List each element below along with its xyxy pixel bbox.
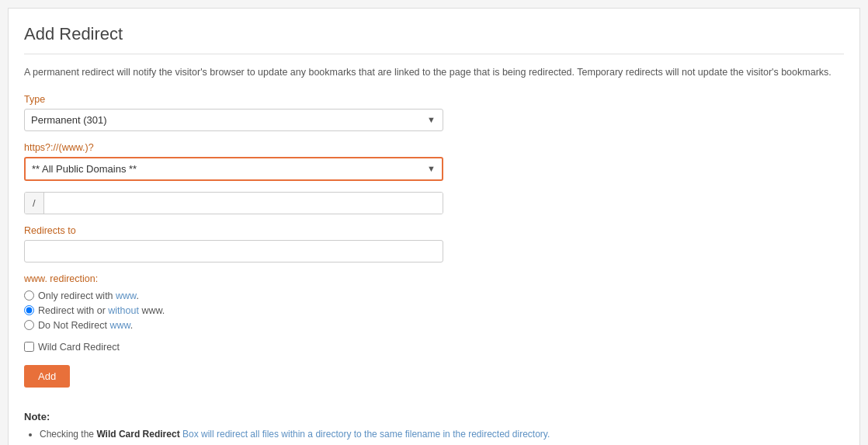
- radio-with-or-without: Redirect with or without www.: [24, 305, 844, 316]
- path-row: /: [24, 192, 443, 214]
- domain-group: https?://(www.)? ** All Public Domains *…: [24, 142, 844, 181]
- page-title: Add Redirect: [24, 24, 844, 54]
- note-title: Note:: [24, 411, 844, 422]
- type-label: Type: [24, 94, 844, 105]
- path-slash-label: /: [25, 193, 44, 214]
- note-list: Checking the Wild Card Redirect Box will…: [24, 427, 844, 445]
- redirects-to-group: Redirects to: [24, 225, 844, 262]
- note-item-1: Checking the Wild Card Redirect Box will…: [40, 427, 844, 441]
- radio-only-www: Only redirect with www.: [24, 290, 844, 301]
- note-section: Note: Checking the Wild Card Redirect Bo…: [24, 411, 844, 445]
- add-button[interactable]: Add: [24, 365, 70, 388]
- wildcard-checkbox[interactable]: [24, 342, 34, 352]
- www-redirection-label: www. redirection:: [24, 273, 844, 284]
- path-input[interactable]: [44, 193, 443, 214]
- radio-do-not: Do Not Redirect www.: [24, 320, 844, 331]
- www-redirection-group: www. redirection: Only redirect with www…: [24, 273, 844, 331]
- main-container: Add Redirect A permanent redirect will n…: [8, 8, 860, 445]
- domain-select-wrapper: ** All Public Domains **: [24, 157, 443, 181]
- path-group: /: [24, 192, 844, 214]
- description-text: A permanent redirect will notify the vis…: [24, 65, 844, 80]
- wildcard-label[interactable]: Wild Card Redirect: [38, 342, 120, 353]
- type-select[interactable]: Permanent (301) Temporary (302): [24, 109, 443, 131]
- wildcard-group: Wild Card Redirect: [24, 342, 844, 353]
- domain-label: https?://(www.)?: [24, 142, 844, 153]
- type-group: Type Permanent (301) Temporary (302): [24, 94, 844, 131]
- radio-with-or-without-input[interactable]: [24, 305, 34, 315]
- redirects-to-label: Redirects to: [24, 225, 844, 236]
- domain-select[interactable]: ** All Public Domains **: [24, 157, 443, 181]
- redirects-to-input[interactable]: [24, 240, 443, 262]
- radio-do-not-input[interactable]: [24, 320, 34, 330]
- type-select-wrapper: Permanent (301) Temporary (302): [24, 109, 443, 131]
- radio-only-www-input[interactable]: [24, 290, 34, 301]
